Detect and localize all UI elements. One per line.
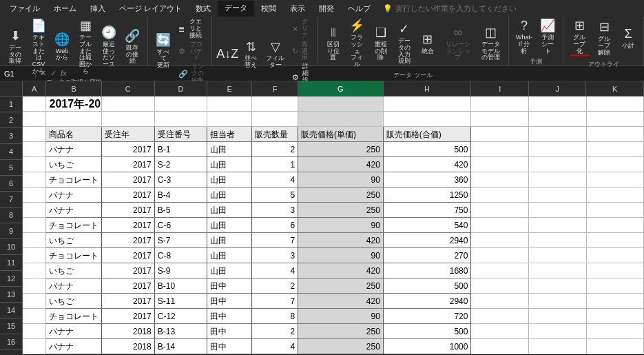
row-header-2[interactable]: 2 (0, 112, 23, 128)
cell-B6[interactable]: チョコレート (46, 172, 102, 187)
row-header-4[interactable]: 4 (0, 144, 23, 160)
col-header-J[interactable]: J (529, 81, 587, 97)
cell-K6[interactable] (587, 172, 645, 187)
ribbon-区切り位置[interactable]: ⫴区切り位置 (322, 25, 344, 63)
cell-I3[interactable] (471, 127, 529, 142)
cell-B3[interactable]: 商品名 (46, 127, 102, 142)
cell-D6[interactable]: C-3 (155, 172, 208, 187)
cell-G12[interactable]: 420 (298, 263, 384, 278)
cell-H7[interactable]: 1250 (384, 187, 472, 203)
cell-I6[interactable] (471, 172, 529, 187)
ribbon-テキストまたはCSVから[interactable]: 📄テキストまたは CSV から (28, 18, 50, 77)
col-header-K[interactable]: K (586, 81, 644, 97)
ribbon-クエリと接続[interactable]: ≣クエリと接続 (176, 18, 207, 40)
ribbon-すべて更新[interactable]: 🔄すべて更新 (152, 32, 174, 70)
cell-C8[interactable]: 2017 (102, 203, 155, 218)
cell-K14[interactable] (587, 294, 645, 309)
cell-G11[interactable]: 90 (298, 248, 384, 263)
cell-G9[interactable]: 90 (298, 218, 384, 233)
cell-J3[interactable] (529, 127, 587, 142)
cell-F8[interactable]: 3 (252, 203, 298, 218)
cell-G14[interactable]: 420 (298, 294, 384, 309)
cell-F14[interactable]: 7 (252, 294, 298, 309)
cell-B14[interactable]: いちご (46, 294, 102, 309)
row-header-11[interactable]: 11 (0, 255, 23, 271)
cell-E17[interactable]: 田中 (207, 339, 252, 354)
cell-K4[interactable] (587, 142, 645, 157)
cell-B17[interactable]: バナナ (46, 339, 102, 354)
row-header-1[interactable]: 1 (0, 97, 23, 112)
cell-D11[interactable]: C-8 (155, 248, 208, 263)
menu-tab-挿入[interactable]: 挿入 (83, 1, 112, 16)
cell-K2[interactable] (587, 112, 645, 127)
cell-K13[interactable] (587, 278, 645, 294)
cell-B8[interactable]: バナナ (46, 203, 102, 218)
cell-G6[interactable]: 90 (298, 172, 384, 187)
cell-E8[interactable]: 山田 (207, 203, 252, 218)
cell-I17[interactable] (471, 339, 529, 354)
ribbon-グループ解除[interactable]: ⊟グループ解除 (592, 19, 616, 57)
row-header-13[interactable]: 13 (0, 287, 23, 303)
cell-F15[interactable]: 8 (252, 309, 298, 324)
cell-H9[interactable]: 540 (384, 218, 472, 233)
cell-A6[interactable] (23, 172, 46, 187)
cancel-icon[interactable]: ✕ (40, 69, 46, 78)
cell-C9[interactable]: 2017 (102, 218, 155, 233)
select-all-corner[interactable] (0, 81, 23, 97)
cell-D10[interactable]: S-7 (155, 233, 208, 248)
cell-H5[interactable]: 420 (384, 157, 472, 172)
cell-K10[interactable] (587, 233, 645, 248)
ribbon-予測シート[interactable]: 📈予測シート (537, 18, 559, 56)
cell-K8[interactable] (587, 203, 645, 218)
cell-J17[interactable] (529, 339, 587, 354)
cell-E10[interactable]: 山田 (207, 233, 252, 248)
menu-tab-データ[interactable]: データ (218, 1, 254, 17)
cell-F5[interactable]: 1 (252, 157, 298, 172)
cell-H16[interactable]: 500 (384, 324, 472, 339)
col-header-A[interactable]: A (23, 81, 46, 97)
cell-C12[interactable]: 2017 (102, 263, 155, 278)
cell-J16[interactable] (529, 324, 587, 339)
cell-C7[interactable]: 2017 (102, 187, 155, 203)
col-header-E[interactable]: E (207, 81, 252, 97)
cell-K15[interactable] (587, 309, 645, 324)
row-header-12[interactable]: 12 (0, 271, 23, 287)
row-header-9[interactable]: 9 (0, 223, 23, 239)
cell-J2[interactable] (529, 112, 587, 127)
cell-A10[interactable] (23, 233, 46, 248)
cell-E14[interactable]: 田中 (207, 294, 252, 309)
cell-D13[interactable]: B-10 (155, 278, 208, 294)
cell-H2[interactable] (384, 112, 472, 127)
menu-tab-表示[interactable]: 表示 (283, 1, 312, 16)
cell-B16[interactable]: バナナ (46, 324, 102, 339)
menu-tab-ホーム[interactable]: ホーム (47, 1, 83, 16)
cell-F1[interactable] (252, 97, 298, 112)
cell-G8[interactable]: 250 (298, 203, 384, 218)
cell-G16[interactable]: 250 (298, 324, 384, 339)
row-header-16[interactable]: 16 (0, 334, 23, 350)
cell-A11[interactable] (23, 248, 46, 263)
cell-D17[interactable]: B-14 (155, 339, 208, 354)
row-header-14[interactable]: 14 (0, 303, 23, 318)
cell-H13[interactable]: 500 (384, 278, 472, 294)
cell-D3[interactable]: 受注番号 (155, 127, 208, 142)
cell-D8[interactable]: B-5 (155, 203, 208, 218)
cell-G13[interactable]: 250 (298, 278, 384, 294)
name-box[interactable]: G1 (0, 70, 36, 78)
cell-E4[interactable]: 山田 (207, 142, 252, 157)
ribbon-クリア[interactable]: ✕クリア (289, 18, 313, 40)
ribbon-統合[interactable]: ⊞統合 (417, 32, 439, 57)
cell-I2[interactable] (471, 112, 529, 127)
cell-C13[interactable]: 2017 (102, 278, 155, 294)
col-header-I[interactable]: I (471, 81, 529, 97)
cell-C16[interactable]: 2018 (102, 324, 155, 339)
row-header-17[interactable]: 17 (0, 350, 23, 355)
cell-G15[interactable]: 90 (298, 309, 384, 324)
cell-E15[interactable]: 田中 (207, 309, 252, 324)
cell-E11[interactable]: 山田 (207, 248, 252, 263)
cell-A4[interactable] (23, 142, 46, 157)
cell-B2[interactable] (46, 112, 102, 127)
menu-tab-ファイル[interactable]: ファイル (3, 1, 47, 16)
cell-C14[interactable]: 2017 (102, 294, 155, 309)
cell-F9[interactable]: 6 (252, 218, 298, 233)
